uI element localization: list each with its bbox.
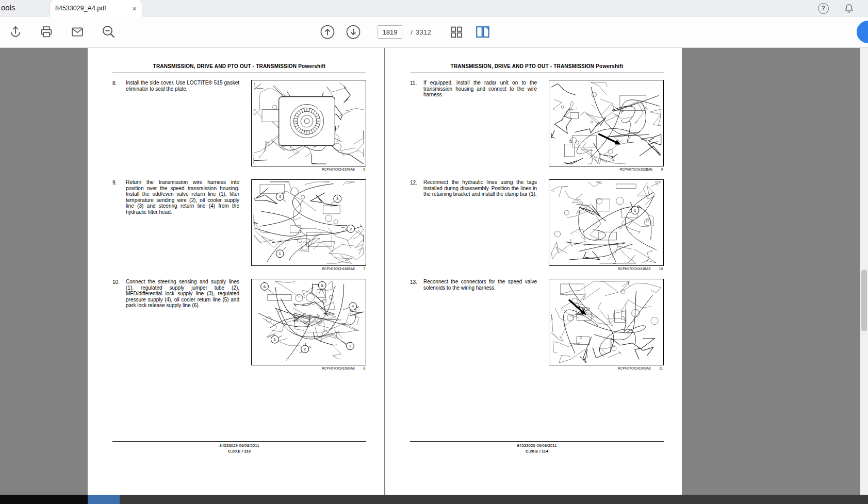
browser-tab-bar: ools 84533029_A4.pdf × ? — [0, 0, 868, 16]
two-page-view-button[interactable] — [473, 23, 492, 41]
svg-text:4: 4 — [352, 304, 354, 309]
figure-caption-code: RCPH07OCH167BAE — [322, 167, 355, 171]
step-text: Install the side cover. Use LOCTITE® 515… — [126, 80, 239, 171]
email-button[interactable] — [69, 24, 86, 40]
step-text: Reconnect the hydraulic lines using the … — [423, 179, 537, 271]
step-number: 9. — [112, 179, 126, 271]
pdf-tab[interactable]: 84533029_A4.pdf × — [50, 0, 142, 16]
figure-image — [549, 80, 664, 166]
step-item-10: 10. Connect the steering sensing and sup… — [112, 279, 366, 370]
share-button[interactable] — [7, 24, 24, 40]
step-number: 13. — [410, 279, 423, 370]
next-page-button[interactable] — [345, 23, 362, 41]
horizontal-scrollbar[interactable] — [0, 495, 868, 504]
svg-text:1: 1 — [634, 208, 636, 213]
footer-doc-id: 84533029 09/08/2011 — [112, 443, 366, 449]
figure-caption-code: RCPH07OCH190BAE — [618, 366, 651, 370]
step-text: Connect the steering sensing and supply … — [126, 279, 239, 370]
figure-image: 4321 — [251, 179, 366, 266]
footer-page-ref: C.20.E / 113 — [112, 449, 366, 455]
step-number: 10. — [112, 279, 126, 370]
figure-caption-code: RCPH07OCH191BAE — [618, 267, 651, 271]
step-item-9: 9. Return the transmission wire harness … — [112, 179, 366, 271]
tab-close-icon[interactable]: × — [132, 5, 137, 12]
print-icon — [39, 25, 54, 39]
menu-partial-text: ools — [1, 3, 15, 12]
step-text: Return the transmission wire harness int… — [126, 179, 239, 271]
horizontal-scrollbar-track-dark — [0, 495, 88, 504]
svg-text:1: 1 — [279, 251, 281, 256]
zoom-out-button[interactable] — [100, 23, 118, 41]
figure-number: 6 — [363, 167, 365, 171]
notifications-button[interactable] — [843, 3, 855, 14]
page-count-separator: / — [411, 28, 413, 36]
page-footer: 84533029 09/08/2011 C.20.E / 113 — [112, 441, 366, 454]
horizontal-scrollbar-thumb[interactable] — [88, 495, 120, 504]
zoom-out-icon — [101, 24, 117, 40]
arrow-up-circle-icon — [320, 24, 335, 40]
page-count-label: / 3312 — [411, 28, 431, 36]
figure-number: 8 — [363, 366, 365, 370]
thumbnail-grid-icon — [449, 24, 464, 40]
previous-page-button[interactable] — [319, 23, 336, 41]
tab-title: 84533029_A4.pdf — [55, 5, 128, 12]
figure-number: 10 — [659, 267, 663, 271]
help-button[interactable]: ? — [818, 3, 829, 14]
header-rule — [112, 73, 366, 73]
vertical-scrollbar[interactable] — [860, 48, 868, 495]
figure-number: 11 — [659, 366, 663, 370]
bell-icon — [843, 3, 855, 14]
svg-text:3: 3 — [349, 344, 352, 348]
page-footer: 84533029 09/08/2011 C.20.E / 114 — [410, 441, 664, 454]
step-number: 11. — [410, 80, 423, 171]
header-rule — [410, 73, 664, 73]
svg-text:2: 2 — [350, 227, 352, 231]
svg-text:4: 4 — [279, 194, 281, 199]
svg-text:3: 3 — [336, 196, 339, 201]
figure-image — [549, 279, 664, 365]
print-button[interactable] — [38, 24, 55, 40]
step-number: 8. — [112, 80, 126, 171]
profile-avatar[interactable] — [857, 21, 868, 43]
figure-image: 1 — [549, 179, 664, 266]
step-text: If equipped, install the radar unit on t… — [423, 80, 537, 171]
step-text: Reconnect the connectors for the speed v… — [423, 279, 537, 370]
step-item-13: 13. Reconnect the connectors for the spe… — [410, 279, 664, 370]
pdf-page-right[interactable]: TRANSMISSION, DRIVE AND PTO OUT - TRANSM… — [385, 48, 682, 495]
arrow-down-circle-icon — [346, 24, 361, 40]
figure-caption-code: RCPH07OCH165BAE — [322, 267, 355, 271]
page-count-total: 3312 — [416, 28, 431, 36]
page-number-input[interactable] — [378, 25, 402, 39]
figure-number: 9 — [661, 167, 663, 171]
pdf-page-left[interactable]: TRANSMISSION, DRIVE AND PTO OUT - TRANSM… — [88, 48, 384, 495]
pdf-toolbar: / 3312 — [0, 16, 868, 48]
step-item-8: 8. Install the side cover. Use LOCTITE® … — [112, 80, 366, 171]
page-header-title: TRANSMISSION, DRIVE AND PTO OUT - TRANSM… — [410, 63, 664, 69]
page-header-title: TRANSMISSION, DRIVE AND PTO OUT - TRANSM… — [112, 63, 366, 69]
footer-page-ref: C.20.E / 114 — [410, 449, 664, 455]
figure-image — [251, 80, 366, 166]
vertical-scrollbar-thumb[interactable] — [861, 270, 867, 331]
step-number: 12. — [410, 179, 423, 271]
share-upload-icon — [8, 25, 23, 39]
footer-doc-id: 84533029 09/08/2011 — [410, 443, 664, 449]
figure-caption-code: RCPH07OCH163BAE — [322, 366, 355, 370]
envelope-icon — [70, 25, 85, 39]
svg-text:6: 6 — [264, 284, 266, 289]
step-item-12: 12. Reconnect the hydraulic lines using … — [410, 179, 664, 271]
thumbnail-view-button[interactable] — [448, 23, 465, 41]
svg-text:5: 5 — [321, 283, 323, 288]
svg-text:2: 2 — [304, 347, 306, 351]
svg-text:1: 1 — [274, 337, 276, 342]
help-icon: ? — [822, 5, 825, 12]
two-page-book-icon — [474, 24, 491, 40]
figure-image: 654123 — [251, 279, 366, 365]
step-item-11: 11. If equipped, install the radar unit … — [410, 80, 664, 171]
figure-number: 7 — [363, 267, 365, 271]
figure-caption-code: RCPH07OCH162BAE — [619, 167, 652, 171]
